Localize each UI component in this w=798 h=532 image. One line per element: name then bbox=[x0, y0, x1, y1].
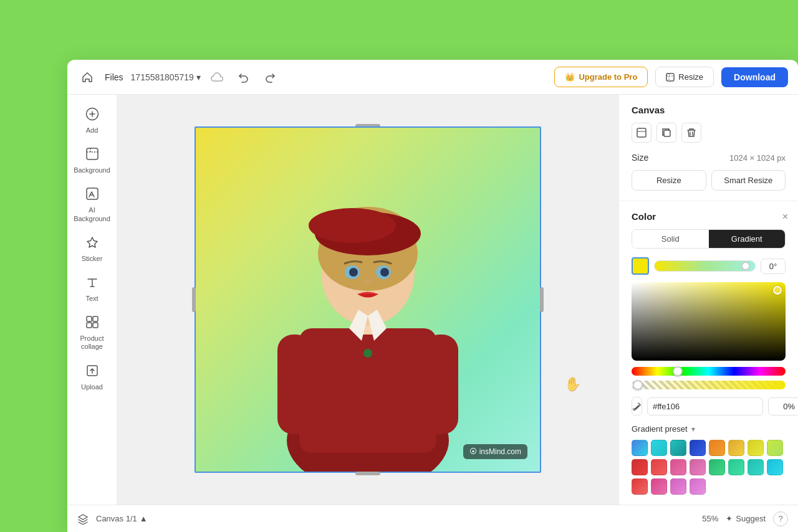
help-button[interactable]: ? bbox=[773, 511, 788, 526]
svg-rect-24 bbox=[637, 128, 646, 137]
app-window: Files 1715581805719 ▾ 👑 Upgrade to Pro bbox=[67, 60, 798, 532]
cloud-save-icon[interactable] bbox=[208, 69, 226, 86]
preset-swatch-14[interactable] bbox=[748, 459, 764, 475]
opacity-slider[interactable] bbox=[632, 381, 786, 389]
color-close-button[interactable]: × bbox=[782, 211, 788, 222]
gradient-preset-row: Gradient preset ▾ bbox=[632, 424, 786, 434]
ai-background-icon bbox=[85, 187, 99, 204]
gradient-bar[interactable] bbox=[654, 260, 756, 272]
canvas-smart-resize-button[interactable]: Smart Resize bbox=[711, 170, 786, 191]
hue-slider[interactable] bbox=[632, 367, 786, 376]
upgrade-label: Upgrade to Pro bbox=[579, 72, 637, 82]
size-label: Size bbox=[632, 153, 648, 163]
gradient-bar-row bbox=[632, 257, 786, 275]
canvas-label-text: Canvas 1/1 bbox=[96, 514, 137, 523]
preset-swatch-19[interactable] bbox=[690, 478, 706, 495]
filename-display[interactable]: 1715581805719 ▾ bbox=[131, 72, 201, 82]
canvas-label[interactable]: Canvas 1/1 ▲ bbox=[96, 514, 148, 523]
sidebar-item-upload[interactable]: Upload bbox=[71, 359, 113, 396]
color-picker[interactable] bbox=[632, 282, 786, 361]
canvas-area[interactable]: ⦿ insMind.com ✋ bbox=[117, 95, 618, 505]
background-icon bbox=[85, 147, 99, 164]
opacity-thumb[interactable] bbox=[633, 380, 643, 390]
sidebar-item-ai-background[interactable]: AI Background bbox=[71, 182, 113, 227]
upload-icon bbox=[85, 364, 99, 381]
sticker-icon bbox=[85, 235, 99, 252]
resize-handle-left[interactable] bbox=[192, 287, 196, 312]
svg-rect-19 bbox=[424, 335, 458, 434]
sidebar-item-sticker[interactable]: Sticker bbox=[71, 230, 113, 268]
preset-swatch-16[interactable] bbox=[632, 478, 648, 495]
suggest-icon: ✦ bbox=[726, 514, 733, 523]
preset-swatch-15[interactable] bbox=[767, 459, 783, 475]
preset-swatch-9[interactable] bbox=[651, 459, 667, 475]
undo-button[interactable] bbox=[233, 67, 253, 87]
eyedropper-button[interactable] bbox=[632, 397, 642, 416]
files-button[interactable]: Files bbox=[105, 72, 123, 82]
sidebar-item-text[interactable]: Text bbox=[71, 270, 113, 308]
svg-rect-6 bbox=[87, 323, 92, 328]
resize-button[interactable]: Resize bbox=[655, 67, 714, 87]
hex-input[interactable]: #ffe106 bbox=[647, 397, 763, 416]
preset-swatch-10[interactable] bbox=[670, 459, 686, 475]
preset-swatches bbox=[632, 440, 786, 495]
sidebar-item-add[interactable]: Add bbox=[71, 102, 113, 140]
canvas-resize-button[interactable]: Resize bbox=[632, 170, 706, 191]
canvas-expand-icon: ▲ bbox=[140, 514, 148, 523]
preset-swatch-4[interactable] bbox=[709, 440, 725, 456]
watermark: ⦿ insMind.com bbox=[463, 444, 527, 459]
preset-swatch-17[interactable] bbox=[651, 478, 667, 495]
hue-thumb[interactable] bbox=[673, 366, 683, 376]
tab-gradient[interactable]: Gradient bbox=[709, 230, 786, 248]
preset-swatch-18[interactable] bbox=[670, 478, 686, 495]
download-button[interactable]: Download bbox=[721, 67, 788, 87]
svg-rect-2 bbox=[87, 148, 98, 159]
preset-swatch-6[interactable] bbox=[748, 440, 764, 456]
suggest-button[interactable]: ✦ Suggest bbox=[726, 514, 766, 523]
svg-point-26 bbox=[633, 408, 635, 410]
svg-rect-18 bbox=[277, 335, 312, 434]
preset-swatch-13[interactable] bbox=[728, 459, 744, 475]
preset-swatch-5[interactable] bbox=[728, 440, 744, 456]
hex-row: #ffe106 0% bbox=[632, 397, 786, 416]
color-panel-title: Color bbox=[632, 211, 786, 222]
home-button[interactable] bbox=[77, 67, 97, 87]
filename-text: 1715581805719 bbox=[131, 72, 194, 82]
canvas-image[interactable]: ⦿ insMind.com bbox=[195, 126, 541, 473]
sidebar: Add Background bbox=[67, 95, 117, 505]
right-panel: Canvas bbox=[618, 95, 798, 505]
gradient-start-swatch[interactable] bbox=[632, 257, 649, 275]
sidebar-item-product-collage[interactable]: Product collage bbox=[71, 310, 113, 356]
canvas-delete-icon-button[interactable] bbox=[681, 123, 701, 143]
canvas-style-icon-button[interactable] bbox=[632, 123, 651, 143]
resize-handle-bottom[interactable] bbox=[355, 472, 380, 475]
sidebar-item-background[interactable]: Background bbox=[71, 142, 113, 179]
svg-point-23 bbox=[380, 268, 389, 277]
resize-handle-right[interactable] bbox=[540, 287, 544, 312]
main-content: Add Background bbox=[67, 95, 798, 505]
degree-input[interactable] bbox=[761, 259, 786, 274]
size-row: Size 1024 × 1024 px bbox=[632, 153, 786, 163]
size-value: 1024 × 1024 px bbox=[729, 153, 786, 163]
gradient-thumb-right[interactable] bbox=[741, 262, 750, 270]
redo-button[interactable] bbox=[261, 67, 281, 87]
preset-swatch-8[interactable] bbox=[632, 459, 648, 475]
color-picker-thumb[interactable] bbox=[773, 286, 782, 295]
preset-swatch-12[interactable] bbox=[709, 459, 725, 475]
preset-swatch-3[interactable] bbox=[690, 440, 706, 456]
tab-solid[interactable]: Solid bbox=[632, 230, 709, 248]
preset-swatch-1[interactable] bbox=[651, 440, 667, 456]
preset-swatch-2[interactable] bbox=[670, 440, 686, 456]
sidebar-item-upload-label: Upload bbox=[81, 383, 103, 391]
layers-button[interactable] bbox=[77, 513, 89, 525]
bottom-bar: Canvas 1/1 ▲ 55% ✦ Suggest ? bbox=[67, 505, 798, 532]
svg-rect-5 bbox=[93, 316, 98, 321]
cursor-indicator: ✋ bbox=[564, 376, 581, 392]
preset-swatch-7[interactable] bbox=[767, 440, 783, 456]
upgrade-button[interactable]: 👑 Upgrade to Pro bbox=[554, 67, 648, 87]
canvas-copy-icon-button[interactable] bbox=[656, 123, 676, 143]
opacity-input[interactable]: 0% bbox=[768, 397, 798, 416]
preset-swatch-11[interactable] bbox=[690, 459, 706, 475]
preset-swatch-0[interactable] bbox=[632, 440, 648, 456]
gradient-preset-expand-icon[interactable]: ▾ bbox=[691, 425, 695, 434]
